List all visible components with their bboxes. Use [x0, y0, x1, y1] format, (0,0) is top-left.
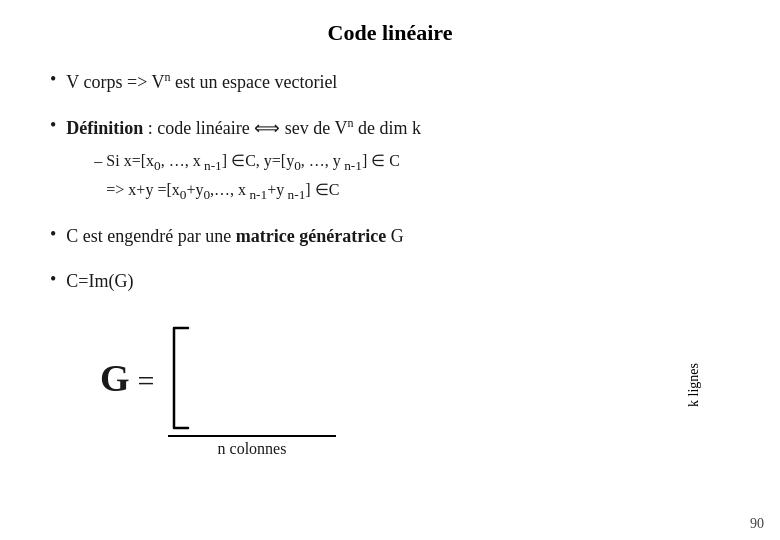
slide-container: Code linéaire • V corps => Vn est un esp… — [0, 0, 780, 540]
left-bracket-svg — [166, 323, 194, 433]
g-label: G — [100, 356, 130, 400]
definition-text: : code linéaire ⟺ sev de Vn de dim k — [148, 118, 421, 138]
n-colonnes-wrapper: n colonnes — [168, 435, 336, 458]
k-lignes-label: k lignes — [686, 363, 702, 407]
matrix-display: G = — [100, 323, 730, 433]
n-colonnes-label: n colonnes — [218, 440, 287, 458]
bullet-1-content: V corps => Vn est un espace vectoriel — [66, 68, 337, 96]
equals-sign: = — [138, 364, 155, 398]
bullet-3-content: C est engendré par une matrice génératri… — [66, 223, 403, 250]
sub-bullet-2: – Si x=[x0, …, x n-1] ∈C, y=[y0, …, y n-… — [94, 148, 421, 205]
bullet-dot-3: • — [50, 224, 56, 245]
page-number: 90 — [750, 516, 764, 532]
bullet-3: • C est engendré par une matrice générat… — [50, 223, 730, 250]
matrice-label: matrice génératrice — [236, 226, 386, 246]
bullet-dot-2: • — [50, 115, 56, 136]
bullet-dot-1: • — [50, 69, 56, 90]
slide-title: Code linéaire — [50, 20, 730, 46]
bullet-2: • Définition : code linéaire ⟺ sev de Vn… — [50, 114, 730, 205]
bottom-label-row: n colonnes — [100, 435, 730, 458]
n-colonnes-line — [168, 435, 336, 437]
bullet-2-content: Définition : code linéaire ⟺ sev de Vn d… — [66, 114, 421, 205]
bullet-1: • V corps => Vn est un espace vectoriel — [50, 68, 730, 96]
definition-label: Définition — [66, 118, 143, 138]
bullet-dot-4: • — [50, 269, 56, 290]
bracket-space — [194, 328, 354, 428]
bullet-4-content: C=Im(G) — [66, 268, 133, 295]
bullet-4: • C=Im(G) — [50, 268, 730, 295]
